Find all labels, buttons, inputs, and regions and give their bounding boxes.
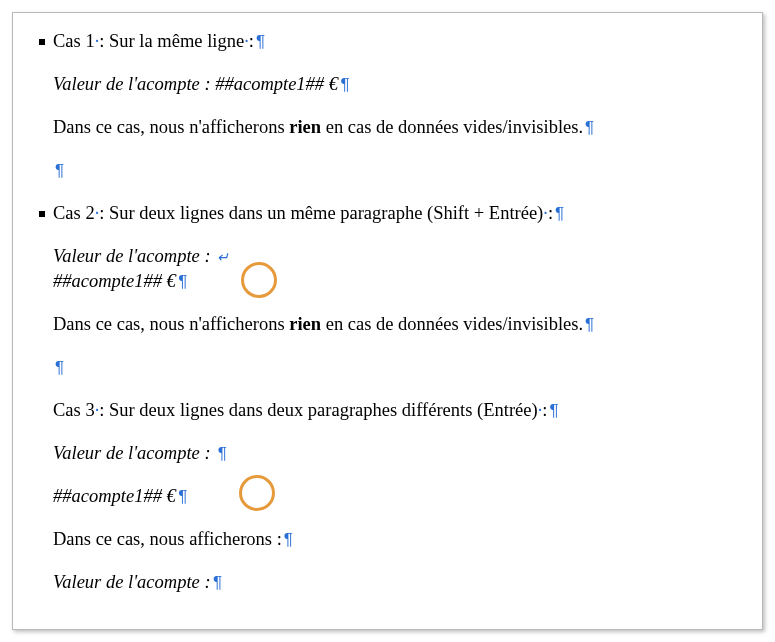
cas2-line3-pre: Dans ce cas, nous n'afficherons [53, 314, 289, 334]
cas1-header-prefix: Cas 1 [53, 31, 95, 51]
cas1-header-rest: : Sur la même ligne [99, 31, 244, 51]
cas3-line5: Valeur de l'acompte : [53, 572, 211, 592]
paragraph: Cas 3·: Sur deux lignes dans deux paragr… [39, 398, 740, 423]
pilcrow-icon: ¶ [211, 573, 222, 592]
linebreak-icon: ↵ [215, 249, 229, 265]
pilcrow-icon: ¶ [215, 444, 226, 463]
cas3-header-prefix: Cas 3 [53, 400, 95, 420]
cas2-line2b: ##acompte1## € [53, 271, 176, 291]
cas2-line2a: Valeur de l'acompte : [53, 246, 215, 266]
pilcrow-icon: ¶ [254, 32, 265, 51]
pilcrow-icon: ¶ [282, 530, 293, 549]
pilcrow-icon: ¶ [53, 161, 64, 180]
list-item: Cas 1·: Sur la même ligne·:¶ [39, 29, 740, 54]
paragraph: Valeur de l'acompte :¶ [39, 570, 740, 595]
paragraph: Valeur de l'acompte : ##acompte1## €¶ [39, 72, 740, 97]
empty-paragraph: ¶ [39, 158, 740, 183]
paragraph: Dans ce cas, nous n'afficherons rien en … [39, 312, 740, 337]
pilcrow-icon: ¶ [176, 487, 187, 506]
list-item: Cas 2·: Sur deux lignes dans un même par… [39, 201, 740, 226]
cas3-header-rest: : Sur deux lignes dans deux paragraphes … [99, 400, 537, 420]
cas2-line3-bold: rien [289, 314, 321, 334]
paragraph: Valeur de l'acompte : ↵ ##acompte1## €¶ [39, 244, 740, 294]
cas3-line3: ##acompte1## € [53, 486, 176, 506]
pilcrow-icon: ¶ [547, 401, 558, 420]
list-item-content: Cas 2·: Sur deux lignes dans un même par… [53, 201, 740, 226]
pilcrow-icon: ¶ [583, 118, 594, 137]
pilcrow-icon: ¶ [583, 315, 594, 334]
cas2-header-prefix: Cas 2 [53, 203, 95, 223]
cas3-line4: Dans ce cas, nous afficherons : [53, 529, 282, 549]
list-item-content: Cas 1·: Sur la même ligne·:¶ [53, 29, 740, 54]
cas1-line3-post: en cas de données vides/invisibles. [321, 117, 583, 137]
paragraph: Valeur de l'acompte : ¶ [39, 441, 740, 466]
cas1-line2: Valeur de l'acompte : ##acompte1## € [53, 74, 338, 94]
pilcrow-icon: ¶ [338, 75, 349, 94]
pilcrow-icon: ¶ [176, 272, 187, 291]
empty-paragraph: ¶ [39, 355, 740, 380]
document-page: Cas 1·: Sur la même ligne·:¶ Valeur de l… [12, 12, 763, 630]
pilcrow-icon: ¶ [53, 358, 64, 377]
cas2-line3-post: en cas de données vides/invisibles. [321, 314, 583, 334]
paragraph: Dans ce cas, nous afficherons :¶ [39, 527, 740, 552]
paragraph: ##acompte1## €¶ [39, 484, 740, 509]
bullet-icon [39, 211, 45, 217]
cas3-line2: Valeur de l'acompte : [53, 443, 215, 463]
bullet-icon [39, 39, 45, 45]
pilcrow-icon: ¶ [553, 204, 564, 223]
cas1-line3-pre: Dans ce cas, nous n'afficherons [53, 117, 289, 137]
paragraph: Dans ce cas, nous n'afficherons rien en … [39, 115, 740, 140]
cas1-line3-bold: rien [289, 117, 321, 137]
cas2-header-rest: : Sur deux lignes dans un même paragraph… [99, 203, 543, 223]
